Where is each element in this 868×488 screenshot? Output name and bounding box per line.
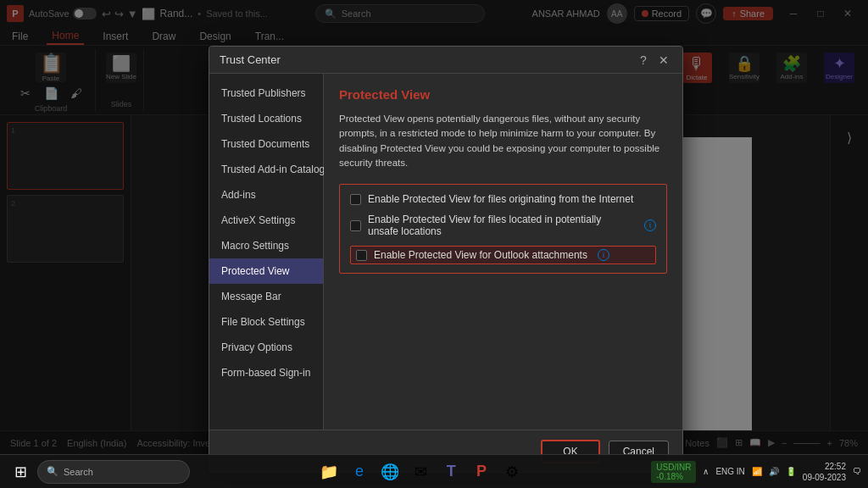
notification-icon[interactable]: 🗨: [853, 467, 861, 476]
nav-trusted-documents[interactable]: Trusted Documents: [209, 131, 323, 157]
checkbox-internet[interactable]: [350, 194, 361, 205]
checkbox-unsafe-locations[interactable]: [350, 220, 361, 231]
taskbar-edge[interactable]: e: [345, 458, 374, 486]
content-description: Protected View opens potentially dangero…: [339, 112, 667, 170]
checkbox-group: Enable Protected View for files originat…: [339, 184, 667, 274]
battery-icon[interactable]: 🔋: [786, 467, 796, 476]
dialog-sidebar: Trusted Publishers Trusted Locations Tru…: [209, 74, 324, 430]
nav-privacy-options[interactable]: Privacy Options: [209, 335, 323, 360]
taskbar-file-explorer[interactable]: 📁: [314, 458, 343, 486]
modal-overlay: Trust Center ? ✕ Trusted Publishers Trus…: [0, 0, 868, 488]
info-icon-unsafe[interactable]: i: [644, 219, 656, 231]
taskbar-settings[interactable]: ⚙: [498, 458, 526, 486]
volume-icon[interactable]: 🔊: [769, 467, 779, 476]
dialog-titlebar: Trust Center ? ✕: [209, 47, 682, 74]
network-icon[interactable]: 📶: [752, 467, 762, 476]
dialog-close-button[interactable]: ✕: [655, 52, 672, 69]
stock-change: -0.18%: [656, 472, 691, 481]
nav-protected-view[interactable]: Protected View: [209, 258, 323, 284]
stock-widget: USD/INR -0.18%: [651, 461, 696, 483]
taskbar: ⊞ 🔍 Search 📁 e 🌐 ✉ T P ⚙ USD/INR -0.18% …: [0, 454, 868, 488]
lang-indicator: ENG IN: [715, 467, 744, 476]
trust-center-dialog: Trust Center ? ✕ Trusted Publishers Trus…: [209, 46, 683, 473]
dialog-title: Trust Center: [220, 53, 635, 66]
clock-date: 09-09-2023: [803, 472, 846, 483]
checkbox-outlook[interactable]: [356, 250, 367, 261]
taskbar-right: USD/INR -0.18% ∧ ENG IN 📶 🔊 🔋 22:52 09-0…: [651, 461, 861, 483]
taskbar-powerpoint[interactable]: P: [467, 458, 496, 486]
nav-macro-settings[interactable]: Macro Settings: [209, 233, 323, 258]
nav-trusted-locations[interactable]: Trusted Locations: [209, 106, 323, 131]
checkbox-row-unsafe-locations: Enable Protected View for files located …: [350, 214, 656, 237]
nav-activex-settings[interactable]: ActiveX Settings: [209, 208, 323, 233]
taskbar-search[interactable]: 🔍 Search: [37, 460, 190, 484]
nav-addins[interactable]: Add-ins: [209, 182, 323, 208]
taskbar-chrome[interactable]: 🌐: [376, 458, 404, 486]
taskbar-mail[interactable]: ✉: [406, 458, 435, 486]
dialog-body: Trusted Publishers Trusted Locations Tru…: [209, 74, 682, 430]
taskbar-search-placeholder: Search: [64, 467, 93, 477]
clock-time: 22:52: [803, 461, 846, 472]
checkbox-outlook-label: Enable Protected View for Outlook attach…: [374, 249, 587, 261]
taskbar-app-icons: 📁 e 🌐 ✉ T P ⚙: [193, 458, 648, 486]
info-icon-outlook[interactable]: i: [598, 249, 609, 261]
dialog-content: Protected View Protected View opens pote…: [324, 74, 682, 430]
time-display: 22:52 09-09-2023: [803, 461, 846, 483]
checkbox-row-internet: Enable Protected View for files originat…: [350, 193, 656, 205]
nav-file-block-settings[interactable]: File Block Settings: [209, 309, 323, 335]
start-button[interactable]: ⊞: [7, 458, 34, 485]
dialog-help-button[interactable]: ?: [635, 52, 652, 69]
content-title: Protected View: [339, 87, 667, 102]
checkbox-row-outlook: Enable Protected View for Outlook attach…: [350, 246, 656, 264]
stock-symbol: USD/INR: [656, 463, 691, 472]
nav-trusted-publishers[interactable]: Trusted Publishers: [209, 80, 323, 106]
checkbox-internet-label: Enable Protected View for files originat…: [368, 193, 633, 205]
taskbar-search-icon: 🔍: [47, 466, 58, 477]
sys-tray-up-icon[interactable]: ∧: [703, 467, 709, 476]
checkbox-unsafe-locations-label: Enable Protected View for files located …: [368, 214, 634, 237]
taskbar-teams[interactable]: T: [437, 458, 465, 486]
nav-form-based-signin[interactable]: Form-based Sign-in: [209, 360, 323, 385]
nav-message-bar[interactable]: Message Bar: [209, 284, 323, 309]
nav-trusted-addin-catalogs[interactable]: Trusted Add-in Catalogs: [209, 157, 323, 182]
